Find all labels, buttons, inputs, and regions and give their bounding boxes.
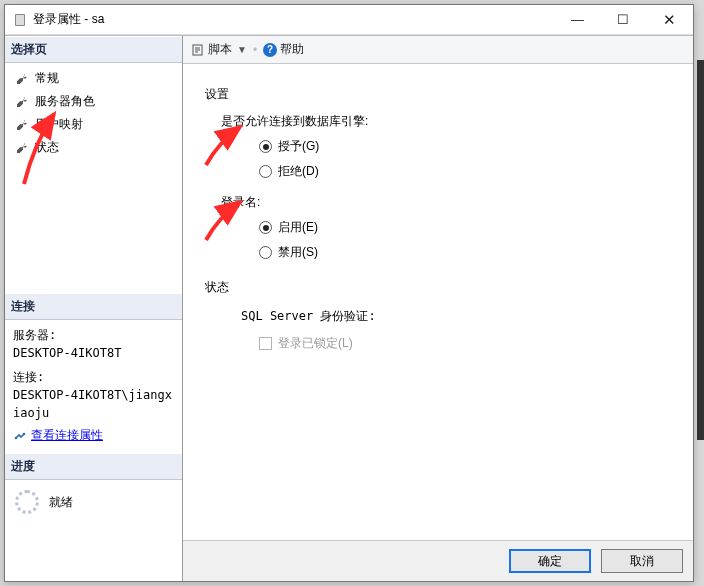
sql-auth-label: SQL Server 身份验证: bbox=[241, 308, 681, 325]
db-engine-permission-label: 是否允许连接到数据库引擎: bbox=[221, 113, 681, 130]
link-label: 查看连接属性 bbox=[31, 426, 103, 444]
progress-panel: 就绪 bbox=[5, 480, 182, 524]
minimize-button[interactable]: — bbox=[555, 5, 600, 34]
radio-label: 禁用(S) bbox=[278, 244, 318, 261]
script-label: 脚本 bbox=[208, 41, 232, 58]
dialog-window: 登录属性 - sa — ☐ ✕ 选择页 常规 服务器角色 bbox=[4, 4, 694, 582]
nav-item-general[interactable]: 常规 bbox=[5, 67, 182, 90]
checkbox-login-locked: 登录已锁定(L) bbox=[259, 335, 681, 352]
nav-label: 服务器角色 bbox=[35, 93, 95, 110]
script-button[interactable]: 脚本 ▼ bbox=[191, 41, 247, 58]
window-title: 登录属性 - sa bbox=[33, 11, 555, 28]
nav-item-user-mapping[interactable]: 用户映射 bbox=[5, 113, 182, 136]
wrench-icon bbox=[15, 95, 29, 109]
radio-icon bbox=[259, 140, 272, 153]
login-label: 登录名: bbox=[221, 194, 681, 211]
ok-button[interactable]: 确定 bbox=[509, 549, 591, 573]
nav-label: 用户映射 bbox=[35, 116, 83, 133]
main-panel: 脚本 ▼ • ? 帮助 设置 是否允许连接到数据库引擎: 授予(G) bbox=[183, 36, 693, 581]
conn-value: DESKTOP-4IKOT8T\jiangxiaoju bbox=[13, 386, 174, 422]
close-button[interactable]: ✕ bbox=[645, 5, 693, 34]
radio-disable[interactable]: 禁用(S) bbox=[259, 244, 681, 261]
progress-header: 进度 bbox=[5, 453, 182, 480]
connection-panel: 服务器: DESKTOP-4IKOT8T 连接: DESKTOP-4IKOT8T… bbox=[5, 320, 182, 453]
progress-spinner-icon bbox=[15, 490, 39, 514]
radio-icon bbox=[259, 246, 272, 259]
view-connection-properties-link[interactable]: 查看连接属性 bbox=[13, 426, 103, 444]
dialog-footer: 确定 取消 bbox=[183, 540, 693, 581]
wrench-icon bbox=[15, 118, 29, 132]
toolbar: 脚本 ▼ • ? 帮助 bbox=[183, 36, 693, 64]
svg-rect-1 bbox=[16, 15, 24, 25]
nav-list: 常规 服务器角色 用户映射 状态 bbox=[5, 63, 182, 163]
checkbox-label: 登录已锁定(L) bbox=[278, 335, 353, 352]
app-icon bbox=[13, 13, 27, 27]
nav-label: 状态 bbox=[35, 139, 59, 156]
radio-grant[interactable]: 授予(G) bbox=[259, 138, 681, 155]
chevron-down-icon: ▼ bbox=[237, 44, 247, 55]
connection-icon bbox=[13, 428, 27, 442]
radio-deny[interactable]: 拒绝(D) bbox=[259, 163, 681, 180]
titlebar: 登录属性 - sa — ☐ ✕ bbox=[5, 5, 693, 35]
maximize-button[interactable]: ☐ bbox=[600, 5, 645, 34]
radio-label: 授予(G) bbox=[278, 138, 319, 155]
server-value: DESKTOP-4IKOT8T bbox=[13, 344, 174, 362]
radio-label: 拒绝(D) bbox=[278, 163, 319, 180]
radio-enable[interactable]: 启用(E) bbox=[259, 219, 681, 236]
svg-point-2 bbox=[15, 437, 18, 440]
status-heading: 状态 bbox=[205, 279, 681, 296]
checkbox-icon bbox=[259, 337, 272, 350]
wrench-icon bbox=[15, 141, 29, 155]
radio-icon bbox=[259, 165, 272, 178]
nav-label: 常规 bbox=[35, 70, 59, 87]
sidebar: 选择页 常规 服务器角色 用户映射 bbox=[5, 36, 183, 581]
help-icon: ? bbox=[263, 43, 277, 57]
connection-header: 连接 bbox=[5, 293, 182, 320]
svg-point-3 bbox=[23, 433, 26, 436]
select-page-header: 选择页 bbox=[5, 36, 182, 63]
conn-label: 连接: bbox=[13, 368, 174, 386]
nav-item-status[interactable]: 状态 bbox=[5, 136, 182, 159]
progress-status: 就绪 bbox=[49, 494, 73, 511]
wrench-icon bbox=[15, 72, 29, 86]
content-area: 设置 是否允许连接到数据库引擎: 授予(G) 拒绝(D) 登录名: 启用(E) bbox=[183, 64, 693, 540]
toolbar-separator: • bbox=[253, 43, 257, 57]
radio-icon bbox=[259, 221, 272, 234]
help-button[interactable]: ? 帮助 bbox=[263, 41, 304, 58]
nav-item-server-roles[interactable]: 服务器角色 bbox=[5, 90, 182, 113]
cancel-button[interactable]: 取消 bbox=[601, 549, 683, 573]
settings-heading: 设置 bbox=[205, 86, 681, 103]
help-label: 帮助 bbox=[280, 41, 304, 58]
script-icon bbox=[191, 43, 205, 57]
server-label: 服务器: bbox=[13, 326, 174, 344]
radio-label: 启用(E) bbox=[278, 219, 318, 236]
